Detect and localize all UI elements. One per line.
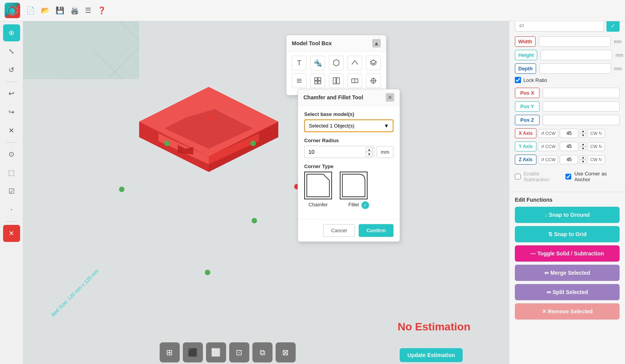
app-logo	[5, 3, 20, 18]
radius-down-button[interactable]: ▼	[366, 152, 373, 156]
enable-subtraction-checkbox[interactable]	[515, 173, 521, 180]
y-angle-input[interactable]	[560, 142, 578, 151]
depth-label-button[interactable]: Depth	[515, 63, 536, 74]
toolbox-list-icon[interactable]	[292, 73, 307, 88]
handle-top[interactable]	[208, 114, 213, 120]
depth-input[interactable]	[539, 63, 611, 74]
base-model-select[interactable]: Selected 1 Object(s) ▼	[304, 119, 393, 132]
pos-x-button[interactable]: Pos X	[515, 88, 540, 98]
snap-to-grid-button[interactable]: ⇅ Snap to Grid	[515, 226, 620, 242]
toolbox-cross-icon[interactable]	[366, 73, 381, 88]
width-label-button[interactable]: Width	[515, 36, 536, 47]
z-ccw-button[interactable]: ↺ CCW	[538, 155, 558, 164]
height-input[interactable]	[540, 50, 612, 60]
layout-btn-5[interactable]: ⧉	[252, 342, 272, 362]
toolbox-merge-icon[interactable]	[347, 73, 362, 88]
handle-bottom[interactable]	[205, 270, 210, 275]
handle-left[interactable]	[164, 141, 170, 146]
pos-x-input[interactable]	[543, 88, 620, 98]
fillet-selected-checkmark: ✓	[361, 201, 369, 209]
pos-y-input[interactable]	[543, 101, 620, 112]
close-view-button[interactable]: ✕	[3, 225, 20, 242]
open-file-icon[interactable]: 📂	[41, 6, 49, 15]
y-ccw-button[interactable]: ↺ CCW	[538, 142, 558, 151]
radius-input[interactable]	[304, 146, 374, 158]
pos-z-input[interactable]	[543, 115, 620, 125]
snap-to-ground-button[interactable]: ↓ Snap to Ground	[515, 207, 620, 223]
scale-tool-button[interactable]: ⤡	[3, 43, 20, 60]
toolbox-bolt-icon[interactable]: 🔩	[310, 56, 325, 70]
x-axis-button[interactable]: X Axis	[515, 128, 536, 138]
chamfer-cancel-button[interactable]: Cancel	[323, 224, 355, 237]
z-cw-button[interactable]: CW ↻	[588, 155, 605, 164]
y-axis-button[interactable]: Y Axis	[515, 141, 536, 151]
x-angle-down[interactable]: ▼	[580, 133, 586, 138]
select-base-label: Select base model(s)	[304, 111, 393, 117]
dotted-button[interactable]: ⬝	[3, 201, 20, 218]
chamfer-dialog-footer: Cancel Confirm	[298, 219, 400, 242]
x-angle-up[interactable]: ▲	[580, 129, 586, 133]
z-angle-up[interactable]: ▲	[580, 155, 586, 160]
x-angle-input[interactable]	[560, 129, 578, 138]
toolbox-text-icon[interactable]: T	[292, 56, 307, 70]
check-button[interactable]: ☑	[3, 183, 20, 200]
height-label-button[interactable]: Height	[515, 50, 537, 60]
tag-confirm-button[interactable]: ✓	[606, 20, 620, 32]
z-axis-button[interactable]: Z Axis	[515, 155, 536, 165]
svg-marker-17	[370, 60, 376, 64]
print-icon[interactable]: 🖨️	[70, 6, 79, 15]
merge-selected-button[interactable]: ⇔ Merge Selected	[515, 265, 620, 281]
radius-up-button[interactable]: ▲	[366, 147, 373, 152]
split-selected-button[interactable]: ⇔ Split Selected	[515, 284, 620, 300]
new-file-icon[interactable]: 📄	[26, 6, 35, 15]
toolbox-hex-icon[interactable]	[329, 56, 344, 70]
handle-bottom-right[interactable]	[252, 218, 257, 223]
help-icon[interactable]: ❓	[97, 6, 106, 15]
delete-button[interactable]: ✕	[3, 122, 20, 139]
x-cw-button[interactable]: CW ↻	[588, 129, 605, 138]
pos-y-button[interactable]: Pos Y	[515, 101, 540, 112]
save-file-icon[interactable]: 💾	[56, 6, 64, 15]
canvas-area[interactable]: Bed Size: 120 mm x 120 mm No Estimation …	[23, 21, 517, 364]
remove-selected-button[interactable]: ✕ Remove Selected	[515, 303, 620, 320]
z-axis-row: Z Axis ↺ CCW ▲ ▼ CW ↻	[515, 155, 620, 165]
y-cw-button[interactable]: CW ↻	[588, 142, 605, 151]
rotate-tool-button[interactable]: ↺	[3, 61, 20, 78]
fillet-option[interactable]: ✓ Fillet	[340, 172, 368, 208]
toolbox-grid-icon[interactable]	[310, 73, 325, 88]
toolbox-layers-icon[interactable]	[366, 56, 381, 70]
redo-button[interactable]: ↪	[3, 104, 20, 121]
update-estimation-button[interactable]: Update Estimation	[400, 348, 463, 362]
tag-input-field[interactable]	[515, 20, 604, 32]
layout-btn-6[interactable]: ⊠	[276, 342, 296, 362]
y-angle-spinners: ▲ ▼	[580, 142, 586, 151]
svg-rect-32	[305, 172, 331, 199]
use-corner-checkbox[interactable]	[565, 173, 571, 180]
layout-btn-4[interactable]: ⊡	[229, 342, 249, 362]
handle-bottom-left[interactable]	[119, 187, 124, 192]
chamfer-confirm-button[interactable]: Confirm	[359, 224, 393, 237]
toolbox-split-icon[interactable]	[329, 73, 344, 88]
layout-btn-2[interactable]: ⬛	[183, 342, 203, 362]
layout-btn-1[interactable]: ⊞	[160, 342, 180, 362]
z-angle-down[interactable]: ▼	[580, 160, 586, 164]
toolbox-shape-icon[interactable]	[347, 56, 362, 70]
width-input[interactable]	[539, 36, 611, 47]
undo-button[interactable]: ↩	[3, 85, 20, 102]
model-toolbox-close-button[interactable]: ▲	[372, 39, 381, 48]
lock-ratio-checkbox[interactable]	[515, 77, 521, 83]
handle-top-right[interactable]	[250, 141, 256, 146]
select-all-button[interactable]: ⊙	[3, 146, 20, 163]
pos-z-button[interactable]: Pos Z	[515, 115, 540, 125]
y-angle-up[interactable]: ▲	[580, 142, 586, 146]
clone-button[interactable]: ⬚	[3, 164, 20, 181]
layout-btn-3[interactable]: ⬜	[206, 342, 226, 362]
menu-icon[interactable]: ☰	[85, 6, 91, 15]
x-ccw-button[interactable]: ↺ CCW	[538, 129, 558, 138]
y-angle-down[interactable]: ▼	[580, 146, 586, 151]
z-angle-input[interactable]	[560, 155, 578, 164]
move-tool-button[interactable]: ⊕	[3, 24, 20, 41]
chamfer-option[interactable]: Chamfer	[304, 172, 332, 208]
toggle-solid-button[interactable]: — Toggle Solid / Subtraction	[515, 245, 620, 262]
chamfer-dialog-close-button[interactable]: ✕	[386, 93, 394, 102]
